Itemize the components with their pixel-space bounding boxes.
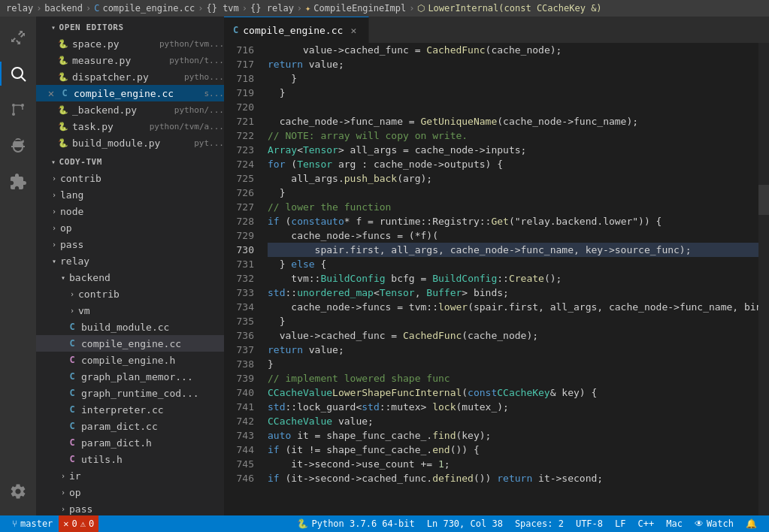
cody-tvm-header[interactable]: ▾ CODY-TVM xyxy=(36,151,224,170)
status-platform[interactable]: Mac xyxy=(660,515,689,532)
code-line: } xyxy=(268,71,758,86)
code-line xyxy=(268,100,758,114)
cpp-file-icon: C xyxy=(59,87,71,99)
sidebar-item-relay-op[interactable]: › op xyxy=(36,484,224,500)
folder-arrow-icon: › xyxy=(66,288,78,300)
file-name: param_dict.h xyxy=(81,437,224,449)
activity-source-control[interactable] xyxy=(0,92,36,128)
status-language-mode[interactable]: C++ xyxy=(632,515,661,532)
cpp-file-icon: C xyxy=(66,337,78,349)
activity-debug[interactable] xyxy=(0,128,36,164)
list-item[interactable]: 🐍 space.py python/tvm... xyxy=(36,35,224,52)
list-item[interactable]: 🐍 _backend.py python/... xyxy=(36,101,224,118)
open-editors-header[interactable]: ▾ OPEN EDITORS xyxy=(36,17,224,35)
folder-arrow-icon: › xyxy=(48,205,60,217)
sidebar: ▾ OPEN EDITORS 🐍 space.py python/tvm... … xyxy=(36,17,224,515)
sidebar-item-ir[interactable]: › ir xyxy=(36,467,224,484)
activity-settings[interactable] xyxy=(0,473,36,509)
code-line: } xyxy=(268,314,758,328)
bell-icon: 🔔 xyxy=(746,518,757,529)
list-item[interactable]: C graph_runtime_cod... xyxy=(36,385,224,401)
status-encoding[interactable]: UTF-8 xyxy=(570,515,609,532)
watch-icon: 👁 xyxy=(695,518,704,529)
code-line: cache_node->func_name = GetUniqueName(ca… xyxy=(268,114,758,128)
sidebar-item-backend-vm[interactable]: › vm xyxy=(36,302,224,319)
sidebar-item-node[interactable]: › node xyxy=(36,203,224,219)
platform-label: Mac xyxy=(666,518,683,529)
line-ending-label: LF xyxy=(615,518,625,529)
editor-area: C compile_engine.cc ✕ 716717718719720721… xyxy=(224,17,769,515)
code-editor: 7167177187197207217227237247257267277287… xyxy=(224,43,769,515)
list-item[interactable]: 🐍 task.py python/tvm/a... xyxy=(36,118,224,135)
activity-explorer[interactable] xyxy=(0,20,36,56)
status-spaces[interactable]: Spaces: 2 xyxy=(509,515,570,532)
file-name: interpreter.cc xyxy=(81,404,224,416)
code-line: std::lock_guard<std::mutex> lock(mutex_)… xyxy=(268,400,758,414)
python-file-icon: 🐍 xyxy=(57,38,69,50)
status-watch[interactable]: 👁 Watch xyxy=(689,515,740,532)
cpp-file-icon: C xyxy=(66,370,78,382)
status-errors[interactable]: ✕ 0 ⚠ 0 xyxy=(59,515,98,532)
sidebar-item-relay[interactable]: ▾ relay xyxy=(36,252,224,269)
sidebar-item-op[interactable]: › op xyxy=(36,219,224,236)
python-icon: 🐍 xyxy=(297,518,308,529)
list-item[interactable]: C graph_plan_memor... xyxy=(36,368,224,385)
sidebar-item-backend[interactable]: ▾ backend xyxy=(36,269,224,286)
tab-compile-engine[interactable]: C compile_engine.cc ✕ xyxy=(224,17,369,43)
tab-label: compile_engine.cc xyxy=(243,25,343,36)
h-file-icon: C xyxy=(66,453,78,465)
file-detail: python/t... xyxy=(169,56,224,65)
close-icon[interactable]: ✕ xyxy=(45,87,57,99)
file-detail: pyt... xyxy=(194,138,224,148)
cpp-file-icon: C xyxy=(66,420,78,432)
folder-name: vm xyxy=(78,305,90,316)
language-mode-label: C++ xyxy=(638,518,655,529)
code-line: if (it->second->cached_func.defined()) r… xyxy=(268,471,758,485)
folder-name: node xyxy=(60,206,83,217)
activity-search[interactable] xyxy=(0,56,36,92)
list-item[interactable]: 🐍 dispatcher.py pytho... xyxy=(36,68,224,85)
folder-arrow-icon: › xyxy=(48,222,60,234)
file-name: task.py xyxy=(72,121,147,132)
sidebar-item-contrib[interactable]: › contrib xyxy=(36,170,224,186)
status-line-ending[interactable]: LF xyxy=(609,515,631,532)
list-item[interactable]: C param_dict.h xyxy=(36,434,224,451)
status-branch[interactable]: ⑂ master xyxy=(6,515,59,532)
code-content[interactable]: value->cached_func = CachedFunc(cache_no… xyxy=(262,43,758,515)
sidebar-item-backend-contrib[interactable]: › contrib xyxy=(36,286,224,302)
folder-name: relay xyxy=(60,255,89,267)
line-numbers: 7167177187197207217227237247257267277287… xyxy=(224,43,262,515)
svg-point-0 xyxy=(12,68,23,78)
tab-close-icon[interactable]: ✕ xyxy=(347,24,359,36)
status-python[interactable]: 🐍 Python 3.7.6 64-bit xyxy=(291,515,420,532)
python-file-icon: 🐍 xyxy=(57,137,69,149)
list-item[interactable]: 🐍 build_module.py pyt... xyxy=(36,135,224,151)
status-cursor[interactable]: Ln 730, Col 38 xyxy=(421,515,509,532)
file-name: graph_plan_memor... xyxy=(81,371,224,382)
list-item[interactable]: 🐍 measure.py python/t... xyxy=(36,52,224,68)
list-item[interactable]: ✕ C compile_engine.cc s... xyxy=(36,85,224,101)
spaces-label: Spaces: 2 xyxy=(515,518,564,529)
minimap-handle[interactable] xyxy=(758,185,769,215)
sidebar-item-relay-pass[interactable]: › pass xyxy=(36,500,224,515)
list-item[interactable]: C param_dict.cc xyxy=(36,418,224,434)
sidebar-item-pass[interactable]: › pass xyxy=(36,236,224,252)
file-name: utils.h xyxy=(81,454,224,465)
list-item[interactable]: C compile_engine.cc xyxy=(36,335,224,352)
cursor-position: Ln 730, Col 38 xyxy=(427,518,503,529)
status-bell[interactable]: 🔔 xyxy=(740,515,763,532)
list-item[interactable]: C utils.h xyxy=(36,451,224,467)
code-line: it->second->use_count += 1; xyxy=(268,457,758,471)
list-item[interactable]: C compile_engine.h xyxy=(36,352,224,368)
file-name: space.py xyxy=(72,38,156,50)
folder-arrow-open-icon: ▾ xyxy=(48,255,60,267)
open-editors-label: OPEN EDITORS xyxy=(59,23,124,32)
code-line: Array<Tensor> all_args = cache_node->inp… xyxy=(268,143,758,157)
code-line: value->cached_func = CachedFunc(cache_no… xyxy=(268,328,758,343)
list-item[interactable]: C interpreter.cc xyxy=(36,401,224,418)
list-item[interactable]: C build_module.cc xyxy=(36,319,224,335)
folder-arrow-icon: › xyxy=(57,470,69,482)
activity-extensions[interactable] xyxy=(0,164,36,200)
python-file-icon: 🐍 xyxy=(57,120,69,132)
sidebar-item-lang[interactable]: › lang xyxy=(36,186,224,203)
